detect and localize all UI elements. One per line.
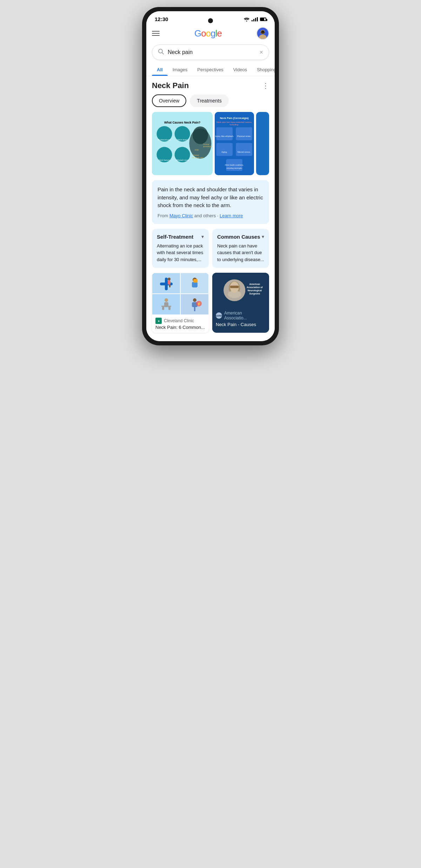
aans-icon: AANS (216, 312, 222, 319)
main-content: Neck Pain ⋮ Overview Treatments What Cau… (146, 76, 275, 341)
section-title: Neck Pain (152, 81, 189, 90)
aans-card-image: American Association of Neurological Sur… (212, 273, 269, 308)
description-text: Pain in the neck and shoulder that varie… (158, 186, 263, 210)
svg-text:Myofascial pain: Myofascial pain (158, 139, 171, 141)
neck-pain-illustration[interactable]: What Causes Neck Pain? Myofascial pain N… (152, 112, 213, 175)
section-header: Neck Pain ⋮ (152, 81, 269, 90)
svg-point-16 (193, 126, 208, 144)
svg-text:American: American (249, 283, 260, 285)
svg-text:Surgeons: Surgeons (249, 292, 260, 295)
result-cards-row: ⚡ ✦ Cleveland Clinic (152, 273, 269, 333)
svg-rect-41 (165, 278, 168, 290)
aans-card-footer: AANS American Associatio... Neck Pain - … (212, 308, 269, 330)
common-causes-chevron[interactable]: ▾ (262, 234, 264, 239)
svg-text:Whiplash injury: Whiplash injury (176, 159, 189, 161)
svg-point-2 (259, 35, 266, 40)
svg-line-9 (162, 53, 164, 54)
pill-overview[interactable]: Overview (152, 94, 186, 107)
cleveland-clinic-card[interactable]: ⚡ ✦ Cleveland Clinic (152, 273, 209, 333)
cervicalgia-card[interactable]: Neck Pain (Cervicalgia) Neck pain has ma… (215, 112, 254, 175)
svg-point-48 (165, 298, 168, 302)
more-options-button[interactable]: ⋮ (262, 81, 269, 90)
svg-text:✦: ✦ (158, 320, 160, 323)
svg-rect-4 (261, 31, 264, 32)
svg-text:Aging.: Aging. (222, 151, 228, 153)
learn-more-link[interactable]: Learn more (220, 213, 243, 218)
svg-point-42 (168, 278, 171, 280)
cc-card-title: Neck Pain: 6 Common... (155, 325, 205, 330)
cleveland-clinic-footer: ✦ Cleveland Clinic Neck Pain: 6 Common..… (152, 315, 209, 333)
tab-videos[interactable]: Videos (228, 64, 252, 76)
pills-row: Overview Treatments (152, 94, 269, 107)
svg-text:Physical strain.: Physical strain. (237, 135, 252, 137)
tab-all[interactable]: All (152, 64, 168, 76)
svg-text:Injury, like whiplash.: Injury, like whiplash. (215, 135, 234, 137)
svg-text:Neck Pain (Cervicalgia): Neck Pain (Cervicalgia) (220, 117, 249, 120)
description-card: Pain in the neck and shoulder that varie… (152, 180, 269, 224)
common-causes-card[interactable]: Common Causes ▾ Neck pain can have cause… (212, 229, 269, 268)
common-causes-body: Neck pain can have causes that aren't du… (217, 243, 264, 263)
svg-text:Association of: Association of (247, 286, 263, 289)
svg-text:Neurological: Neurological (248, 289, 262, 292)
common-causes-title: Common Causes (217, 234, 260, 240)
third-image-card[interactable] (256, 112, 269, 175)
description-source: From Mayo Clinic and others · Learn more (158, 213, 263, 218)
svg-text:including:: including: (230, 124, 239, 126)
wifi-icon (244, 17, 249, 21)
camera-notch (208, 18, 213, 23)
self-treatment-chevron[interactable]: ▾ (201, 234, 204, 239)
phone-frame: 12:30 (142, 7, 279, 345)
svg-text:⚡: ⚡ (197, 302, 201, 306)
svg-text:Neck pain has many potential c: Neck pain has many potential causes, (216, 121, 252, 123)
self-treatment-header: Self-Treatment ▾ (157, 234, 204, 240)
signal-bars-icon (252, 17, 258, 21)
status-time: 12:30 (155, 16, 168, 22)
cc-icon: ✦ (155, 318, 162, 324)
self-treatment-card[interactable]: Self-Treatment ▾ Alternating an ice pack… (152, 229, 209, 268)
aans-source-name: American Associatio... (224, 311, 266, 320)
svg-rect-35 (236, 143, 252, 156)
cleveland-clinic-image: ⚡ (152, 273, 209, 315)
svg-text:Mental stress.: Mental stress. (238, 151, 251, 153)
menu-button[interactable] (152, 31, 160, 36)
svg-point-53 (193, 298, 196, 302)
tab-images[interactable]: Images (168, 64, 193, 76)
svg-text:spondylosis: spondylosis (203, 146, 212, 147)
svg-text:including meningitis: including meningitis (227, 167, 242, 169)
status-bar: 12:30 (146, 11, 275, 24)
google-logo: Google (194, 28, 222, 39)
aans-source-row: AANS American Associatio... (216, 311, 266, 320)
svg-rect-51 (168, 306, 171, 310)
search-query: Neck pain (168, 49, 259, 55)
aans-card-title: Neck Pain - Causes (216, 322, 266, 327)
source-link[interactable]: Mayo Clinic (169, 213, 193, 218)
phone-screen: 12:30 (146, 11, 275, 341)
self-treatment-body: Alternating an ice pack with heat severa… (157, 243, 204, 263)
search-icon (158, 48, 164, 56)
svg-rect-47 (193, 279, 198, 283)
cc-source-name: Cleveland Clinic (164, 318, 194, 323)
status-icons (244, 17, 266, 21)
svg-text:Other health conditions,: Other health conditions, (225, 164, 244, 166)
svg-rect-46 (192, 282, 198, 287)
svg-rect-29 (216, 127, 233, 140)
svg-text:What Causes Neck Pain?: What Causes Neck Pain? (164, 121, 200, 124)
search-clear-button[interactable]: × (259, 49, 263, 56)
svg-rect-65 (230, 286, 239, 288)
tab-perspectives[interactable]: Perspectives (192, 64, 228, 76)
svg-rect-50 (162, 306, 164, 310)
search-bar[interactable]: Neck pain × (152, 45, 269, 60)
tab-shopping[interactable]: Shopping (252, 64, 275, 76)
app-header: Google (146, 24, 275, 43)
aans-card[interactable]: American Association of Neurological Sur… (212, 273, 269, 333)
svg-rect-33 (216, 143, 233, 156)
pill-treatments[interactable]: Treatments (190, 94, 228, 107)
svg-text:Neck strain: Neck strain (178, 139, 187, 141)
images-strip[interactable]: What Causes Neck Pain? Myofascial pain N… (152, 112, 269, 175)
svg-text:Cervical: Cervical (203, 144, 209, 145)
svg-text:Cervical: Cervical (193, 154, 199, 156)
avatar[interactable] (256, 27, 269, 40)
cc-source-row: ✦ Cleveland Clinic (155, 318, 205, 324)
svg-text:DISH: DISH (195, 149, 199, 151)
svg-rect-43 (168, 280, 171, 285)
